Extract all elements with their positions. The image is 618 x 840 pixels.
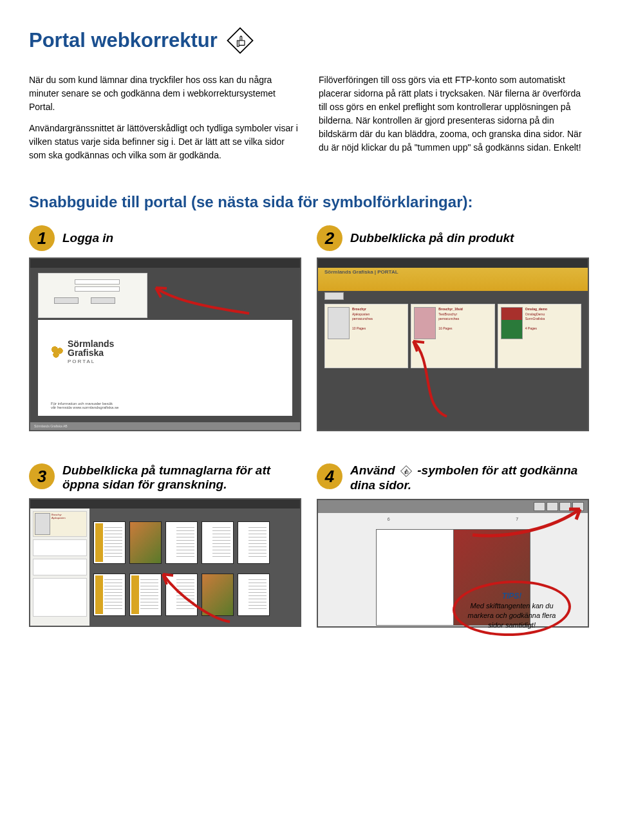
- guide-section-title: Snabbguide till portal (se nästa sida fö…: [29, 193, 589, 211]
- red-arrow-annotation: [153, 285, 256, 317]
- login-footer: För information och manualer besök vår h…: [51, 402, 279, 409]
- portal-logo: Sörmlands Grafiska PORTAL: [51, 339, 279, 364]
- intro-left: När du som kund lämnar dina tryckfiler h…: [29, 73, 299, 170]
- product-card[interactable]: Broschyr Ajaksposten pernacunchea 10 Pag…: [324, 304, 408, 368]
- tips-callout: TIPS! Med skifttangenten kan du markera …: [460, 587, 563, 634]
- username-input[interactable]: [75, 279, 120, 285]
- side-panel: BroschyrAjaksposten: [30, 509, 89, 626]
- intro-left-p1: När du som kund lämnar dina tryckfiler h…: [29, 73, 299, 114]
- step-4-badge: 4: [317, 463, 342, 489]
- page-thumbnail[interactable]: [238, 574, 270, 616]
- product-card[interactable]: Omslag_demo OmslagDemo SormGrafiska 4 Pa…: [498, 304, 581, 368]
- intro-columns: När du som kund lämnar dina tryckfiler h…: [29, 73, 589, 170]
- step-4: 4 Använd -symbolen för att godkänna dina…: [317, 463, 589, 628]
- page-thumbnail[interactable]: [201, 521, 234, 564]
- thumbs-up-icon: [400, 464, 413, 478]
- filter-tab[interactable]: [324, 292, 344, 300]
- screenshot-thumbnails: BroschyrAjaksposten: [29, 498, 301, 627]
- step-1-title: Logga in: [62, 231, 113, 245]
- screenshot-products: Sörmlands Grafiska | PORTAL Broschyr Aja…: [317, 257, 589, 431]
- step-1: 1 Logga in Sörmlands Grafiska PO: [29, 225, 301, 431]
- screenshot-login: Sörmlands Grafiska PORTAL För informatio…: [29, 257, 301, 431]
- page-thumbnail[interactable]: [165, 521, 198, 564]
- intro-right-p1: Filöverföringen till oss görs via ett FT…: [319, 73, 589, 154]
- step-3: 3 Dubbelklicka på tumnaglarna för att öp…: [29, 463, 301, 628]
- page-thumbnail[interactable]: [129, 521, 162, 564]
- login-button[interactable]: [54, 297, 79, 304]
- company-label: Sörmlands Grafiska AB: [34, 424, 68, 428]
- portal-header-brand: Sörmlands Grafiska | PORTAL: [324, 269, 398, 275]
- step-3-badge: 3: [29, 463, 55, 489]
- password-input[interactable]: [75, 286, 120, 292]
- page-thumbnail[interactable]: [129, 574, 162, 616]
- step-3-title: Dubbelklicka på tumnaglarna för att öppn…: [62, 463, 301, 492]
- step-4-title: Använd -symbolen för att godkänna dina s…: [350, 463, 589, 492]
- guide-row-2: 3 Dubbelklicka på tumnaglarna för att öp…: [29, 463, 589, 628]
- red-arrow-annotation: [408, 336, 485, 420]
- reset-button[interactable]: [91, 297, 115, 304]
- page-thumbnail[interactable]: [238, 521, 270, 564]
- tips-body: Med skifttangenten kan du markera och go…: [464, 601, 559, 630]
- red-arrow-annotation: [159, 570, 236, 627]
- step-2-title: Dubbelklicka på din produkt: [350, 231, 514, 245]
- intro-right: Filöverföringen till oss görs via ett FT…: [319, 73, 589, 170]
- intro-left-p2: Användargränssnittet är lättöverskådligt…: [29, 122, 299, 162]
- tips-title: TIPS!: [464, 591, 559, 601]
- step-2: 2 Dubbelklicka på din produkt Sörmlands …: [317, 225, 589, 431]
- step-1-badge: 1: [29, 225, 55, 251]
- title-row: Portal webkorrektur: [29, 26, 589, 55]
- page-thumbnail[interactable]: [93, 521, 126, 564]
- red-arrow-annotation: [469, 503, 585, 541]
- step-2-badge: 2: [317, 225, 342, 251]
- page-thumbnail[interactable]: [93, 574, 126, 616]
- guide-row-1: 1 Logga in Sörmlands Grafiska PO: [29, 225, 589, 431]
- thumbs-up-icon: [225, 26, 255, 55]
- page-title: Portal webkorrektur: [29, 29, 218, 52]
- login-panel: [38, 273, 147, 318]
